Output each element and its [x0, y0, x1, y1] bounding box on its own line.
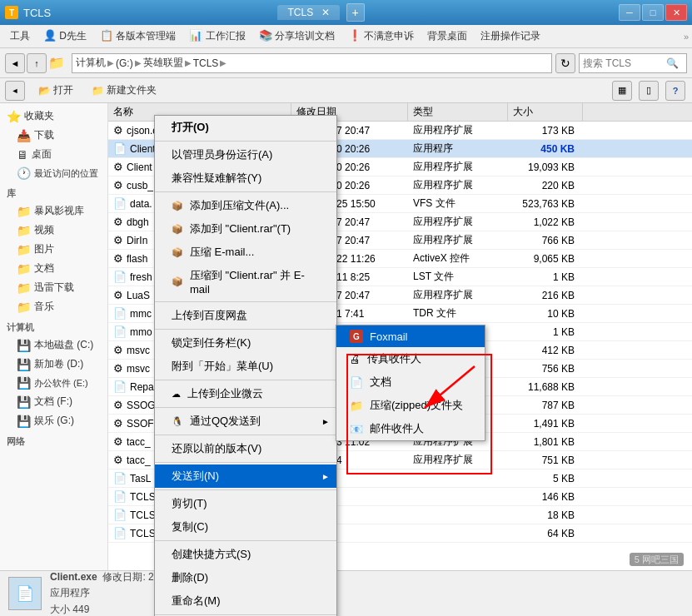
file-icon: ⚙ [113, 344, 123, 356]
close-tab-icon[interactable]: ✕ [321, 7, 330, 18]
new-tab-button[interactable]: + [346, 3, 365, 22]
submenu-foxmail[interactable]: G Foxmail [336, 325, 485, 347]
ctx-copy[interactable]: 复制(C) [155, 515, 336, 539]
video-icon: 📁 [17, 224, 31, 237]
open-icon: 📂 [38, 85, 51, 97]
menu-complaint[interactable]: ❗ 不满意申诉 [341, 27, 421, 46]
ctx-cut[interactable]: 剪切(T) [155, 492, 336, 515]
submenu-email[interactable]: 📧 邮件收件人 [336, 417, 485, 440]
ctx-weiyun[interactable]: ☁ 上传到企业微云 [155, 382, 336, 405]
file-icon: ⚙ [113, 435, 123, 448]
sidebar-item-f[interactable]: 💾 文档 (F:) [0, 392, 107, 411]
file-icon: ⚙ [113, 252, 123, 265]
menu-versions[interactable]: 📋 各版本管理端 [93, 27, 182, 46]
file-icon: ⚙ [113, 399, 123, 411]
menu-dxiansheng[interactable]: 👤 D先生 [37, 27, 93, 46]
main-window: T TCLS TCLS ✕ + ─ □ ✕ 工具 👤 D先生 📋 各版本管理端 … [0, 0, 692, 616]
ctx-sep-1 [155, 141, 336, 142]
ctx-add-client-rar[interactable]: 📦 添加到 "Client.rar"(T) [155, 217, 336, 241]
sidebar-item-recent[interactable]: 🕐 最近访问的位置 [0, 164, 107, 182]
menu-register[interactable]: 注册操作记录 [474, 27, 547, 46]
library-header: 库 [0, 186, 107, 201]
sidebar-item-xunlei[interactable]: 📁 迅雷下载 [0, 278, 107, 297]
back-button[interactable]: ◄ [5, 53, 25, 73]
file-icon: ⚙ [113, 454, 123, 466]
ctx-baidu[interactable]: 上传到百度网盘 [155, 304, 336, 327]
sidebar-item-video[interactable]: 📁 视频 [0, 221, 107, 240]
col-header-size[interactable]: 大小 [508, 103, 583, 121]
ctx-pin-taskbar[interactable]: 锁定到任务栏(K) [155, 331, 336, 355]
ctx-send-qq[interactable]: 🐧 通过QQ发送到 ► [155, 410, 336, 433]
sidebar-item-docs[interactable]: 📁 文档 [0, 259, 107, 278]
bc-tcls[interactable]: TCLS [193, 57, 219, 69]
ctx-compress-email[interactable]: 📦 压缩 E-mail... [155, 241, 336, 264]
ctx-create-shortcut[interactable]: 创建快捷方式(S) [155, 543, 336, 566]
sidebar-item-c[interactable]: 💾 本地磁盘 (C:) [0, 335, 107, 355]
sidebar-item-favorites[interactable]: ⭐ 收藏夹 [0, 107, 107, 126]
g-drive-icon: 💾 [17, 415, 31, 428]
ctx-compat[interactable]: 兼容性疑难解答(Y) [155, 166, 336, 190]
ctx-sep-3 [155, 301, 336, 302]
new-folder-button[interactable]: 📁 新建文件夹 [85, 82, 163, 99]
ctx-rename[interactable]: 重命名(M) [155, 589, 336, 613]
tab-tcls[interactable]: TCLS ✕ [277, 5, 339, 20]
status-size: 大小 449 [50, 602, 171, 616]
ctx-run-admin[interactable]: 以管理员身份运行(A) [155, 143, 336, 166]
menu-training[interactable]: 📚 分享培训文档 [252, 27, 341, 46]
ctx-compress-email2[interactable]: 📦 压缩到 "Client.rar" 并 E-mail [155, 264, 336, 300]
view-button[interactable]: ▦ [612, 81, 632, 101]
sidebar-item-e[interactable]: 💾 办公软件 (E:) [0, 374, 107, 392]
maximize-button[interactable]: □ [642, 4, 664, 21]
file-icon: 📄 [113, 307, 127, 320]
sidebar-item-music[interactable]: 📁 音乐 [0, 297, 107, 316]
ctx-add-archive[interactable]: 📦 添加到压缩文件(A)... [155, 194, 336, 217]
bfvideo-icon: 📁 [17, 205, 31, 218]
doc-icon: 📄 [350, 376, 363, 389]
search-bar[interactable]: 🔍 [579, 53, 687, 73]
pane-button[interactable]: ▯ [639, 81, 659, 101]
menu-more-icon[interactable]: » [684, 32, 689, 42]
winrar-icon: 📦 [172, 201, 183, 211]
ctx-restore[interactable]: 还原以前的版本(V) [155, 437, 336, 460]
sidebar-item-pictures[interactable]: 📁 图片 [0, 240, 107, 259]
ctx-sep-8 [155, 462, 336, 463]
submenu-fax[interactable]: 🖨 传真收件人 [336, 347, 485, 370]
close-button[interactable]: ✕ [665, 4, 687, 21]
sidebar-item-d[interactable]: 💾 新加卷 (D:) [0, 355, 107, 374]
sidebar-item-download[interactable]: 📥 下载 [0, 126, 107, 145]
ctx-sep-6 [155, 407, 336, 408]
search-icon[interactable]: 🔍 [666, 57, 679, 69]
winrar-email-icon: 📦 [172, 247, 183, 258]
col-header-type[interactable]: 类型 [408, 103, 508, 121]
bc-computer[interactable]: 计算机 [76, 56, 106, 70]
file-icon: 📄 [113, 197, 127, 210]
help-button[interactable]: ? [665, 81, 685, 101]
bc-drive[interactable]: (G:) [116, 57, 133, 69]
submenu-zip-folder[interactable]: 📁 压缩(zipped)文件夹 [336, 394, 485, 417]
up-button[interactable]: ↑ [27, 53, 47, 73]
address-bar[interactable]: 计算机 ▶ (G:) ▶ 英雄联盟 ▶ TCLS ▶ [72, 53, 552, 73]
file-icon: 📄 [113, 325, 127, 338]
menu-work-report[interactable]: 📊 工作汇报 [182, 27, 251, 46]
ctx-pin-start[interactable]: 附到「开始」菜单(U) [155, 355, 336, 378]
ctx-send-to[interactable]: 发送到(N) ► [155, 464, 336, 488]
small-back-btn[interactable]: ◄ [5, 81, 25, 101]
desktop-icon: 🖥 [17, 148, 28, 161]
ctx-delete[interactable]: 删除(D) [155, 566, 336, 589]
menu-tools[interactable]: 工具 [3, 27, 37, 46]
minimize-button[interactable]: ─ [619, 4, 640, 21]
submenu-documents[interactable]: 📄 文档 [336, 370, 485, 394]
status-file-icon: 📄 [8, 577, 42, 610]
sidebar-item-bfvideo[interactable]: 📁 暴风影视库 [0, 201, 107, 221]
menu-desktop[interactable]: 背景桌面 [421, 27, 474, 46]
file-icon: ⚙ [113, 179, 123, 191]
ctx-open[interactable]: 打开(O) [155, 116, 336, 139]
open-button[interactable]: 📂 打开 [32, 82, 80, 99]
search-input[interactable] [583, 57, 666, 69]
sidebar-item-g[interactable]: 💾 娱乐 (G:) [0, 411, 107, 430]
refresh-button[interactable]: ↻ [555, 53, 575, 73]
sidebar-item-desktop[interactable]: 🖥 桌面 [0, 145, 107, 164]
bc-lol[interactable]: 英雄联盟 [143, 56, 183, 70]
file-icon: 📄 [113, 509, 127, 521]
status-bar: 📄 Client.exe 修改日期: 2018 应用程序 大小 449 [0, 570, 692, 616]
